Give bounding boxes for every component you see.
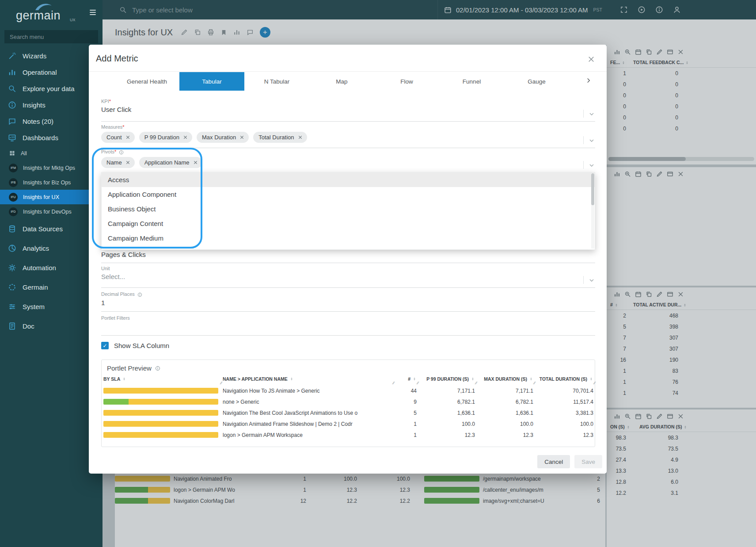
sidebar-item-insights-ux[interactable]: IFU Insights for UX <box>0 190 103 204</box>
column-header-name[interactable]: NAME > APPLICATION NAME <box>223 376 395 382</box>
tab-n-tabular[interactable]: N Tabular <box>244 72 309 91</box>
sidebar-item-label: Explore your data <box>23 85 75 92</box>
sidebar-search-input[interactable] <box>4 30 98 43</box>
dropdown-option-campaign-content[interactable]: Campaign Content <box>102 216 595 231</box>
show-sla-checkbox[interactable] <box>101 342 109 349</box>
row-p99: 7,171.1 <box>419 388 478 394</box>
remove-chip-icon[interactable] <box>125 160 130 165</box>
column-header-p99[interactable]: P 99 DURATION (S) <box>419 376 478 382</box>
chevron-down-icon[interactable] <box>588 162 595 169</box>
sidebar-item-explore[interactable]: Explore your data <box>0 80 103 97</box>
sla-bar <box>103 432 218 438</box>
sidebar-subitem-label: All <box>21 150 27 157</box>
sidebar-item-insights-mktg-ops[interactable]: IFM Insights for Mktg Ops <box>0 161 103 175</box>
scrollbar-thumb[interactable] <box>591 173 594 205</box>
column-header-by-sla[interactable]: BY SLA <box>103 376 223 382</box>
menu-toggle-icon[interactable] <box>88 8 97 17</box>
portlet-preview: Portlet Preview BY SLA NAME > APPLICATIO… <box>101 360 595 447</box>
chevron-down-icon[interactable] <box>588 111 595 118</box>
add-metric-modal: Add Metric General Health Tabular N Tabu… <box>89 45 607 474</box>
dashboard-badge: IFB <box>9 178 18 187</box>
remove-chip-icon[interactable] <box>193 160 198 165</box>
sidebar-item-insights-devops[interactable]: IFD Insights for DevOps <box>0 204 103 219</box>
dropdown-option-campaign-medium[interactable]: Campaign Medium <box>102 231 595 245</box>
cancel-button[interactable]: Cancel <box>537 455 570 468</box>
info-icon[interactable] <box>119 150 124 155</box>
sidebar-item-germain[interactable]: Germain <box>0 277 103 297</box>
remove-chip-icon[interactable] <box>298 135 303 140</box>
sidebar-item-data-sources[interactable]: Data Sources <box>0 219 103 238</box>
modal-title: Add Metric <box>96 54 138 64</box>
sidebar-item-doc[interactable]: Doc <box>0 316 103 336</box>
dashed-circle-icon <box>8 283 16 291</box>
kpi-field[interactable]: KPI* User Click <box>101 99 595 122</box>
sidebar-item-label: Automation <box>23 264 56 272</box>
info-icon[interactable] <box>137 292 142 297</box>
remove-chip-icon[interactable] <box>183 135 188 140</box>
field-label: Measures <box>101 124 122 130</box>
sidebar-item-operational[interactable]: Operational <box>0 64 103 80</box>
measure-chip: Total Duration <box>253 132 307 143</box>
sla-bar <box>103 399 218 405</box>
sidebar-item-label: Data Sources <box>23 225 63 233</box>
measures-field[interactable]: Measures* Count P 99 Duration Max Durati… <box>101 124 595 148</box>
chevron-down-icon[interactable] <box>588 137 595 144</box>
logo-sub: UX <box>70 18 76 22</box>
portlet-name-value: Pages & Clicks <box>101 251 595 258</box>
tab-gauge[interactable]: Gauge <box>504 72 569 91</box>
sort-icon <box>589 377 593 381</box>
close-icon[interactable] <box>587 55 595 63</box>
sidebar-item-all[interactable]: All <box>0 146 103 161</box>
table-row: Navigation How To JS Animate > Generic 4… <box>102 385 595 396</box>
row-name: none > Generic <box>223 399 395 405</box>
sidebar-item-system[interactable]: System <box>0 297 103 316</box>
row-total: 12.3 <box>536 432 596 438</box>
field-label: Pivots <box>101 149 114 154</box>
tabs-more-chevron-icon[interactable] <box>585 77 593 84</box>
tab-funnel[interactable]: Funnel <box>439 72 504 91</box>
row-p99: 12.3 <box>419 432 478 438</box>
dropdown-option-access[interactable]: Access <box>102 172 595 187</box>
tab-map[interactable]: Map <box>309 72 374 91</box>
remove-chip-icon[interactable] <box>125 135 130 140</box>
sidebar-item-insights[interactable]: Insights <box>0 97 103 113</box>
search-icon <box>8 84 16 93</box>
sidebar-item-label: System <box>23 303 45 310</box>
sort-icon <box>529 377 533 381</box>
logo-text: germain <box>16 9 61 23</box>
sla-bar <box>103 421 218 427</box>
sidebar-subitem-label: Insights for Mktg Ops <box>23 165 75 171</box>
dropdown-option-business-object[interactable]: Business Object <box>102 202 595 216</box>
sidebar-item-label: Wizards <box>23 52 46 60</box>
tab-general-health[interactable]: General Health <box>114 72 179 91</box>
unit-field[interactable]: Unit Select... <box>101 266 595 288</box>
measure-chip: P 99 Duration <box>139 132 192 143</box>
field-label: KPI <box>101 99 109 104</box>
pivot-chip: Name <box>101 157 135 168</box>
save-button[interactable]: Save <box>574 455 602 468</box>
pivots-field[interactable]: Pivots* Name Application Name <box>101 149 595 173</box>
sidebar-subitem-label: Insights for Biz Ops <box>23 180 71 186</box>
sidebar-item-dashboards[interactable]: Dashboards <box>0 130 103 146</box>
sidebar-item-label: Operational <box>23 69 57 76</box>
sidebar-item-notes[interactable]: Notes (20) <box>0 113 103 130</box>
decimal-places-field[interactable]: Decimal Places 1 <box>101 291 595 312</box>
sidebar-item-wizards[interactable]: Wizards <box>0 48 103 64</box>
chevron-down-icon[interactable] <box>588 277 595 284</box>
column-header-total[interactable]: TOTAL DURATION (S) <box>536 376 596 382</box>
remove-chip-icon[interactable] <box>239 135 244 140</box>
row-count: 5 <box>395 410 419 416</box>
sidebar-item-analytics[interactable]: Analytics <box>0 238 103 258</box>
portlet-filters-field[interactable]: Portlet Filters <box>101 315 595 336</box>
row-max: 6,782.1 <box>478 399 536 405</box>
info-icon[interactable] <box>155 366 160 371</box>
sidebar-item-label: Analytics <box>23 245 49 252</box>
sidebar-item-automation[interactable]: Automation <box>0 258 103 277</box>
column-header-count[interactable]: # <box>395 376 419 382</box>
dropdown-option-application-component[interactable]: Application Component <box>102 187 595 202</box>
sidebar-item-insights-biz-ops[interactable]: IFB Insights for Biz Ops <box>0 175 103 190</box>
tab-tabular[interactable]: Tabular <box>179 72 244 91</box>
tab-flow[interactable]: Flow <box>374 72 439 91</box>
column-header-max[interactable]: MAX DURATION (S) <box>478 376 536 382</box>
bar-chart-icon <box>8 68 16 77</box>
